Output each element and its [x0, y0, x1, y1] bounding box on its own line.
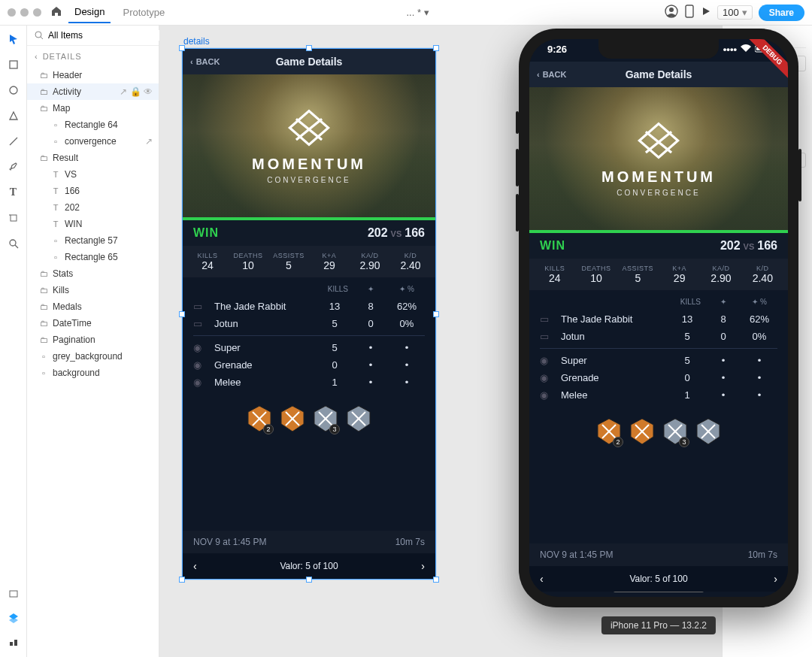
zoom-tool-icon[interactable] [8, 238, 20, 250]
window-traffic-lights [8, 8, 41, 17]
zoom-dropdown[interactable]: 100▾ [717, 5, 753, 20]
datetime-row: NOV 9 at 1:45 PM10m 7s [183, 531, 435, 553]
activity-name: MOMENTUM [601, 168, 716, 186]
medal-icon [346, 404, 371, 433]
svg-marker-37 [639, 124, 677, 158]
ability-row: ◉Melee1•• [193, 374, 425, 391]
medals-row: 2 3 [183, 394, 435, 463]
medal-icon [629, 417, 655, 446]
selection-handle[interactable] [179, 311, 185, 317]
left-tool-rail: T [0, 26, 27, 657]
layer-item[interactable]: 🗀DateTime [27, 315, 159, 332]
svg-marker-6 [10, 112, 17, 120]
medal-icon: 3 [313, 404, 338, 433]
weapon-row: ▭The Jade Rabbit13862% [540, 310, 777, 328]
plugins-icon[interactable] [8, 636, 20, 648]
screen-title: Game Details [626, 68, 692, 80]
svg-marker-3 [10, 35, 17, 44]
layer-item[interactable]: 🗀Activity↗ 🔒 👁 [27, 83, 159, 100]
text-tool-icon[interactable]: T [8, 186, 20, 198]
svg-rect-16 [14, 640, 17, 646]
artboard-label[interactable]: details [183, 36, 210, 47]
svg-rect-4 [10, 61, 17, 68]
prev-arrow-icon[interactable]: ‹ [540, 573, 544, 585]
back-button[interactable]: ‹ BACK [537, 70, 566, 79]
artboard-details[interactable]: ‹ BACK Game Details MOMENTUM CONVERGENCE… [182, 48, 436, 580]
rectangle-tool-icon[interactable] [8, 59, 20, 71]
activity-icon [285, 107, 333, 148]
layers-icon[interactable] [8, 612, 20, 624]
svg-line-18 [41, 37, 43, 39]
activity-subtitle: CONVERGENCE [267, 176, 350, 184]
back-button[interactable]: ‹ BACK [190, 57, 220, 66]
layer-item[interactable]: 🗀Pagination [27, 332, 159, 348]
debug-banner: DEBUG [735, 39, 788, 92]
svg-line-11 [15, 245, 18, 248]
pager-label: Valor: 5 of 100 [629, 574, 687, 584]
pen-tool-icon[interactable] [8, 161, 20, 173]
layer-item[interactable]: ▫background [27, 365, 159, 381]
weapon-row: ▭Jotun500% [193, 315, 425, 332]
layer-item[interactable]: 🗀Kills [27, 282, 159, 298]
layer-item[interactable]: ▫Rectangle 57 [27, 232, 159, 249]
device-icon[interactable] [684, 5, 695, 20]
selection-handle[interactable] [433, 311, 439, 317]
layer-item[interactable]: ▫Rectangle 65 [27, 249, 159, 265]
device-notch [598, 39, 719, 59]
svg-point-1 [669, 8, 674, 12]
selection-handle[interactable] [306, 45, 312, 51]
share-button[interactable]: Share [759, 5, 804, 21]
layers-filter[interactable]: ▾ [27, 26, 159, 46]
ability-row: ◉Super5•• [193, 339, 425, 356]
device-label: iPhone 11 Pro — 13.2.2 [601, 616, 716, 634]
ellipse-tool-icon[interactable] [8, 84, 20, 96]
layer-item[interactable]: 🗀Stats [27, 265, 159, 282]
score: 202VS166 [368, 226, 425, 240]
result-row: WIN 202VS166 [183, 220, 435, 246]
next-arrow-icon[interactable]: › [774, 573, 777, 585]
tab-design[interactable]: Design [68, 2, 111, 23]
artboard-tool-icon[interactable] [8, 212, 20, 224]
layer-item[interactable]: T202 [27, 199, 159, 216]
medal-icon: 2 [596, 417, 622, 446]
layers-filter-input[interactable] [48, 30, 161, 41]
tab-prototype[interactable]: Prototype [117, 2, 171, 23]
layer-item[interactable]: ▫convergence↗ [27, 133, 159, 150]
svg-rect-8 [11, 215, 17, 221]
layers-panel: ▾ ‹DETAILS 🗀Header🗀Activity↗ 🔒 👁🗀Map▫Rec… [27, 26, 159, 657]
layer-item[interactable]: 🗀Map [27, 100, 159, 117]
polygon-tool-icon[interactable] [8, 110, 20, 122]
screen-title: Game Details [276, 56, 343, 68]
activity-icon [635, 120, 683, 161]
selection-handle[interactable] [433, 577, 439, 583]
document-title[interactable]: ... * ▾ [406, 7, 429, 18]
select-tool-icon[interactable] [8, 33, 20, 45]
activity-hero: MOMENTUM CONVERGENCE [529, 87, 788, 230]
assets-icon[interactable] [8, 588, 20, 600]
layer-item[interactable]: TVS [27, 166, 159, 183]
layer-item[interactable]: T166 [27, 183, 159, 199]
layer-item[interactable]: 🗀Medals [27, 298, 159, 315]
layer-item[interactable]: 🗀Header [27, 67, 159, 83]
layer-item[interactable]: TWIN [27, 216, 159, 232]
avatar-icon[interactable] [665, 5, 678, 20]
medal-icon [280, 404, 305, 433]
next-arrow-icon[interactable]: › [421, 560, 425, 572]
line-tool-icon[interactable] [8, 135, 20, 147]
layers-back[interactable]: ‹DETAILS [27, 46, 159, 67]
layer-item[interactable]: ▫grey_background [27, 348, 159, 365]
selection-handle[interactable] [433, 45, 439, 51]
layer-item[interactable]: ▫Rectangle 64 [27, 117, 159, 133]
layer-item[interactable]: 🗀Result [27, 150, 159, 166]
home-icon[interactable] [50, 5, 62, 20]
prev-arrow-icon[interactable]: ‹ [193, 560, 197, 572]
selection-handle[interactable] [179, 45, 185, 51]
result-label: WIN [193, 226, 219, 240]
selection-handle[interactable] [306, 577, 312, 583]
selection-handle[interactable] [179, 577, 185, 583]
play-icon[interactable] [701, 6, 711, 19]
svg-point-5 [10, 86, 17, 94]
gd-header: ‹ BACK Game Details [183, 49, 435, 74]
medal-icon: 2 [247, 404, 272, 433]
svg-marker-19 [289, 111, 328, 145]
